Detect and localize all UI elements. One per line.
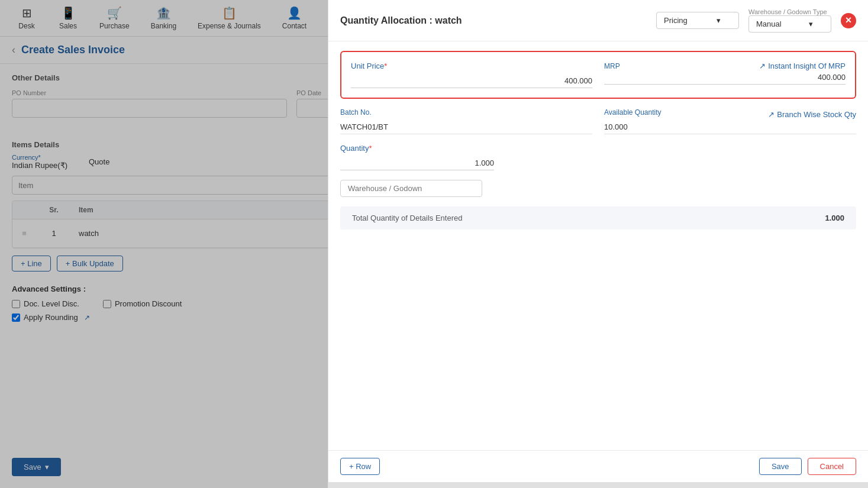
pricing-dropdown[interactable]: Pricing ▾ [656,12,739,29]
quantity-section: Quantity* 1.000 [340,144,856,170]
godown-type-value: Manual [756,20,782,28]
instant-insight-link[interactable]: ↗ Instant Insight Of MRP [759,62,846,70]
quantity-value: 1.000 [340,156,494,170]
add-row-button[interactable]: + Row [340,458,380,475]
availability-field: Available Quantity ↗ Branch Wise Stock Q… [604,108,856,134]
godown-type-label: Warehouse / Godown Type [748,8,831,15]
price-section: Unit Price* MRP ↗ Instant Insight Of MRP [340,51,856,99]
quantity-label: Quantity* [340,144,856,153]
batch-label: Batch No. [340,108,592,117]
modal-close-button[interactable]: × [841,13,856,28]
pricing-chevron-icon: ▾ [717,16,721,25]
instant-insight-icon: ↗ [759,62,766,70]
modal-header-right: Pricing ▾ Warehouse / Godown Type Manual… [656,8,856,33]
modal-save-button[interactable]: Save [759,458,802,475]
godown-type-dropdown[interactable]: Manual ▾ [748,15,831,33]
unit-price-field: Unit Price* [351,62,592,88]
godown-type-section: Warehouse / Godown Type Manual ▾ [748,8,831,33]
unit-price-label: Unit Price* [351,62,592,70]
modal-title: Quantity Allocation : watch [340,15,462,26]
warehouse-section [340,180,856,197]
unit-price-input[interactable] [351,74,592,88]
footer-buttons: Save Cancel [759,458,856,475]
quantity-allocation-modal: Quantity Allocation : watch Pricing ▾ Wa… [328,0,868,488]
batch-field: Batch No. WATCH01/BT [340,108,592,134]
pricing-label: Pricing [664,16,688,25]
summary-row: Total Quantity of Details Entered 1.000 [340,206,856,230]
availability-label: Available Quantity [604,108,662,117]
summary-value: 1.000 [825,214,844,222]
modal-scrollbar[interactable] [328,482,868,488]
mrp-input[interactable] [604,70,846,85]
modal-footer: + Row Save Cancel [328,450,868,482]
modal-body: Unit Price* MRP ↗ Instant Insight Of MRP [328,41,868,450]
batch-value: WATCH01/BT [340,120,592,134]
instant-insight-label: Instant Insight Of MRP [768,62,846,70]
godown-chevron-icon: ▾ [809,20,813,28]
branch-link-icon: ↗ [768,110,775,119]
warehouse-input[interactable] [340,180,482,197]
modal-cancel-button[interactable]: Cancel [808,458,856,475]
batch-availability-row: Batch No. WATCH01/BT Available Quantity … [340,108,856,134]
modal-header: Quantity Allocation : watch Pricing ▾ Wa… [328,0,868,41]
branch-link-label: Branch Wise Stock Qty [777,110,856,119]
mrp-header-row: MRP ↗ Instant Insight Of MRP [604,62,846,70]
branch-wise-link[interactable]: ↗ Branch Wise Stock Qty [768,110,856,119]
price-row: Unit Price* MRP ↗ Instant Insight Of MRP [351,62,846,88]
avail-header: Available Quantity ↗ Branch Wise Stock Q… [604,108,856,120]
mrp-section: MRP ↗ Instant Insight Of MRP [604,62,846,85]
summary-label: Total Quantity of Details Entered [352,214,462,222]
mrp-label: MRP [604,62,620,70]
availability-value: 10.000 [604,120,856,134]
